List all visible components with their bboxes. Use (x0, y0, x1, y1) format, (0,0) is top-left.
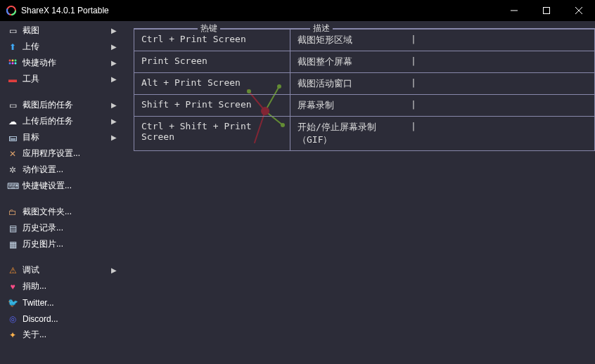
image-history-icon: ▦ (7, 239, 18, 250)
content-area: 热键 描述 Ctrl + Print Screen截图矩形区域|Print Sc… (121, 21, 595, 364)
chevron-right-icon: ▶ (111, 101, 117, 109)
menu-item-label: 工具 (23, 73, 111, 85)
menu-item[interactable]: 🐦Twitter... (0, 294, 121, 311)
chevron-right-icon: ▶ (111, 266, 117, 274)
hotkey-key: Shift + Print Screen (134, 95, 290, 116)
chevron-right-icon: ▶ (111, 134, 117, 141)
menu-item-label: 调试 (23, 264, 111, 276)
menu-item[interactable]: 🖴目标▶ (0, 129, 121, 145)
menu-item-label: 截图后的任务 (23, 99, 111, 111)
camera-icon: ▭ (7, 25, 18, 37)
menu-item[interactable]: ✕应用程序设置... (0, 145, 121, 162)
hotkey-row[interactable]: Ctrl + Shift + Print Screen开始/停止屏幕录制（GIF… (134, 116, 594, 150)
hotkey-row[interactable]: Print Screen截图整个屏幕| (134, 51, 594, 72)
chevron-right-icon: ▶ (111, 27, 117, 34)
hotkey-desc: 截图活动窗口 (290, 73, 407, 94)
menu-item-label: Twitter... (23, 298, 117, 308)
debug-icon: ⚠ (7, 265, 18, 276)
menu-item-label: 快捷键设置... (23, 180, 117, 192)
discord-icon: ◎ (7, 313, 18, 325)
sidebar: ▭截图▶⬆上传▶快捷动作▶▬工具▶▭截图后的任务▶☁上传后的任务▶🖴目标▶✕应用… (0, 21, 121, 364)
task-settings-icon: ✲ (7, 164, 18, 176)
svg-point-11 (12, 62, 14, 64)
window-title: ShareX 14.0.1 Portable (21, 6, 498, 15)
hotkey-row[interactable]: Shift + Print Screen屏幕录制| (134, 94, 594, 116)
hotkey-key: Ctrl + Shift + Print Screen (134, 117, 290, 150)
menu-item[interactable]: ▤历史记录... (0, 220, 121, 236)
hotkey-divider: | (407, 51, 421, 72)
hotkey-divider: | (407, 117, 421, 150)
menu-item[interactable]: 快捷动作▶ (0, 55, 121, 71)
app-settings-icon: ✕ (7, 148, 18, 160)
svg-point-9 (15, 59, 17, 61)
chevron-right-icon: ▶ (111, 59, 117, 67)
menu-item[interactable]: ◎Discord... (0, 311, 121, 327)
after-capture-icon: ▭ (7, 100, 18, 111)
menu-item[interactable]: ✲动作设置... (0, 162, 121, 178)
chevron-right-icon: ▶ (111, 43, 117, 51)
menu-item-label: 动作设置... (23, 164, 117, 176)
menu-item-label: 关于... (23, 329, 117, 341)
hotkey-row[interactable]: Alt + Print Screen截图活动窗口| (134, 72, 594, 94)
hotkey-divider: | (407, 95, 421, 116)
menu-item-label: Discord... (23, 314, 117, 324)
menu-item-label: 快捷动作 (23, 57, 111, 69)
app-window: ShareX 14.0.1 Portable ▭截图▶⬆上传▶快捷动作▶▬工具▶… (0, 0, 595, 364)
svg-point-12 (15, 62, 17, 64)
hotkey-header-desc: 描述 (310, 22, 333, 34)
menu-item-label: 截图 (23, 25, 111, 37)
menu-item[interactable]: ♥捐助... (0, 278, 121, 294)
client-area: ▭截图▶⬆上传▶快捷动作▶▬工具▶▭截图后的任务▶☁上传后的任务▶🖴目标▶✕应用… (0, 21, 595, 364)
titlebar[interactable]: ShareX 14.0.1 Portable (0, 0, 595, 21)
after-upload-icon: ☁ (7, 116, 18, 127)
menu-item-label: 截图文件夹... (23, 206, 117, 218)
menu-item[interactable]: ▦历史图片... (0, 236, 121, 252)
menu-item-label: 历史记录... (23, 222, 117, 234)
menu-item[interactable]: ▭截图▶ (0, 22, 121, 39)
hotkey-desc: 屏幕录制 (290, 95, 407, 116)
svg-point-10 (9, 62, 11, 64)
close-button[interactable] (563, 0, 595, 21)
menu-item-label: 上传 (23, 41, 111, 53)
menu-item[interactable]: ⚠调试▶ (0, 262, 121, 278)
menu-item[interactable]: ☁上传后的任务▶ (0, 113, 121, 129)
hotkey-desc: 开始/停止屏幕录制（GIF） (290, 117, 407, 150)
menu-item-label: 目标 (23, 131, 111, 143)
hotkey-desc: 截图整个屏幕 (290, 51, 407, 72)
chevron-right-icon: ▶ (111, 75, 117, 83)
maximize-button[interactable] (530, 0, 563, 21)
svg-point-7 (9, 59, 11, 61)
history-icon: ▤ (7, 223, 18, 234)
menu-item[interactable]: ▬工具▶ (0, 71, 121, 87)
menu-item[interactable]: ▭截图后的任务▶ (0, 97, 121, 113)
upload-icon: ⬆ (7, 41, 18, 53)
chevron-right-icon: ▶ (111, 117, 117, 125)
menu-item-label: 应用程序设置... (23, 148, 117, 160)
about-icon: ✦ (7, 330, 18, 341)
hotkey-header-key: 热键 (198, 22, 220, 34)
donate-icon: ♥ (7, 281, 18, 292)
hotkey-divider: | (407, 73, 421, 94)
svg-rect-4 (544, 8, 550, 14)
hotkey-table: 热键 描述 Ctrl + Print Screen截图矩形区域|Print Sc… (134, 28, 595, 151)
hotkey-key: Print Screen (134, 51, 290, 72)
menu-item[interactable]: ⬆上传▶ (0, 39, 121, 55)
actions-icon (7, 58, 18, 69)
menu-item[interactable]: ⌨快捷键设置... (0, 178, 121, 194)
hotkey-key: Alt + Print Screen (134, 73, 290, 94)
destinations-icon: 🖴 (7, 132, 18, 143)
menu-item-label: 上传后的任务 (23, 115, 111, 127)
menu-item[interactable]: 🗀截图文件夹... (0, 204, 121, 220)
menu-item-label: 历史图片... (23, 238, 117, 250)
folder-icon: 🗀 (7, 207, 18, 218)
menu-item[interactable]: ✦关于... (0, 327, 121, 343)
menu-item-label: 捐助... (23, 280, 117, 292)
svg-point-8 (12, 59, 14, 61)
app-logo-icon (6, 5, 17, 16)
minimize-button[interactable] (498, 0, 530, 21)
twitter-icon: 🐦 (7, 297, 18, 308)
tools-icon: ▬ (7, 74, 18, 85)
hotkey-settings-icon: ⌨ (7, 181, 18, 192)
